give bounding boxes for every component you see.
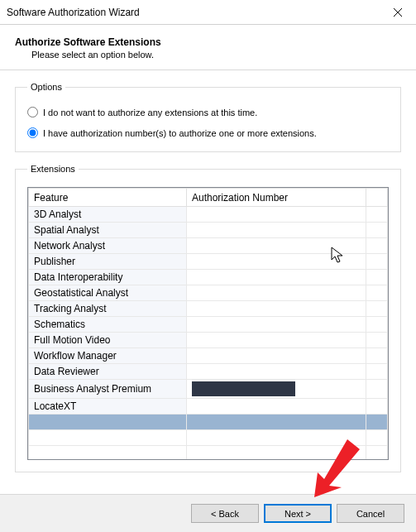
feature-cell — [29, 446, 187, 461]
content-area: Options I do not want to authorize any e… — [0, 70, 416, 481]
next-button[interactable]: Next > — [264, 504, 332, 523]
back-button[interactable]: < Back — [191, 504, 259, 523]
table-row[interactable]: Schematics — [29, 317, 388, 333]
feature-cell[interactable]: Publisher — [29, 254, 187, 270]
table-row[interactable]: Full Motion Video — [29, 333, 388, 348]
auth-cell — [186, 446, 366, 461]
table-row[interactable]: Business Analyst Premium — [29, 380, 388, 399]
feature-cell[interactable]: Data Reviewer — [29, 364, 187, 380]
extensions-group: Extensions Feature Authorization Number … — [15, 164, 401, 472]
table-header-row: Feature Authorization Number — [29, 189, 388, 207]
options-group: Options I do not want to authorize any e… — [15, 82, 401, 152]
spacer-cell — [366, 317, 387, 333]
spacer-cell — [366, 254, 387, 270]
feature-cell[interactable]: 3D Analyst — [29, 207, 187, 223]
close-icon — [394, 8, 402, 17]
auth-redacted-block — [192, 381, 295, 396]
spacer-cell — [366, 223, 387, 238]
col-authnum[interactable]: Authorization Number — [186, 189, 366, 207]
feature-cell[interactable]: Data Interoperability — [29, 270, 187, 285]
table-row[interactable]: Tracking Analyst — [29, 301, 388, 317]
table-row[interactable]: Workflow Manager — [29, 348, 388, 364]
table-row-empty — [29, 430, 388, 446]
spacer-cell — [366, 238, 387, 254]
titlebar: Software Authorization Wizard — [0, 0, 416, 25]
spacer-cell — [366, 270, 387, 285]
feature-cell[interactable]: Schematics — [29, 317, 187, 333]
auth-cell[interactable] — [186, 333, 366, 348]
auth-cell[interactable] — [186, 254, 366, 270]
wizard-footer: < Back Next > Cancel — [0, 494, 416, 532]
table-row[interactable]: Spatial Analyst — [29, 223, 388, 238]
feature-cell[interactable]: LocateXT — [29, 399, 187, 415]
spacer-cell — [366, 333, 387, 348]
options-legend: Options — [27, 82, 65, 92]
radio-no-authorize[interactable] — [27, 107, 38, 117]
feature-cell — [29, 430, 187, 446]
feature-cell[interactable]: Spatial Analyst — [29, 223, 187, 238]
page-subtitle: Please select an option below. — [15, 50, 401, 60]
table-row[interactable]: Network Analyst — [29, 238, 388, 254]
auth-cell[interactable] — [186, 301, 366, 317]
extensions-legend: Extensions — [27, 164, 79, 174]
wizard-header: Authorize Software Extensions Please sel… — [0, 25, 416, 70]
radio-no-authorize-label: I do not want to authorize any extension… — [43, 108, 257, 117]
table-row-selected[interactable] — [29, 415, 388, 430]
spacer-cell — [366, 348, 387, 364]
spacer-cell — [366, 446, 387, 461]
auth-cell[interactable] — [186, 399, 366, 415]
table-row[interactable]: 3D Analyst — [29, 207, 388, 223]
feature-cell[interactable]: Business Analyst Premium — [29, 380, 187, 399]
col-feature[interactable]: Feature — [29, 189, 187, 207]
table-row-empty — [29, 446, 388, 461]
spacer-cell — [366, 285, 387, 301]
table-row[interactable]: LocateXT — [29, 399, 388, 415]
spacer-cell — [366, 301, 387, 317]
auth-cell[interactable] — [186, 364, 366, 380]
table-row[interactable]: Geostatistical Analyst — [29, 285, 388, 301]
auth-cell[interactable] — [186, 223, 366, 238]
auth-cell[interactable] — [186, 415, 366, 430]
feature-cell[interactable]: Network Analyst — [29, 238, 187, 254]
extensions-table: Feature Authorization Number 3D AnalystS… — [28, 188, 388, 460]
option-no-authorize[interactable]: I do not want to authorize any extension… — [27, 107, 389, 117]
auth-cell[interactable] — [186, 270, 366, 285]
feature-cell[interactable]: Tracking Analyst — [29, 301, 187, 317]
table-row[interactable]: Publisher — [29, 254, 388, 270]
auth-cell[interactable] — [186, 317, 366, 333]
feature-cell[interactable]: Workflow Manager — [29, 348, 187, 364]
option-have-numbers[interactable]: I have authorization number(s) to author… — [27, 127, 389, 138]
window-title: Software Authorization Wizard — [7, 7, 140, 18]
spacer-cell — [366, 207, 387, 223]
close-button[interactable] — [379, 0, 416, 24]
spacer-cell — [366, 364, 387, 380]
radio-have-numbers-label: I have authorization number(s) to author… — [43, 128, 317, 138]
auth-cell — [186, 430, 366, 446]
feature-cell[interactable]: Geostatistical Analyst — [29, 285, 187, 301]
auth-cell[interactable] — [186, 285, 366, 301]
table-row[interactable]: Data Interoperability — [29, 270, 388, 285]
extensions-table-wrap: Feature Authorization Number 3D AnalystS… — [27, 187, 389, 460]
auth-cell[interactable] — [186, 238, 366, 254]
auth-cell[interactable] — [186, 348, 366, 364]
col-spacer — [366, 189, 387, 207]
spacer-cell — [366, 380, 387, 399]
page-title: Authorize Software Extensions — [15, 36, 401, 48]
spacer-cell — [366, 430, 387, 446]
feature-cell[interactable]: Full Motion Video — [29, 333, 187, 348]
radio-have-numbers[interactable] — [27, 127, 38, 138]
feature-cell[interactable] — [29, 415, 187, 430]
spacer-cell — [366, 399, 387, 415]
auth-cell[interactable] — [186, 207, 366, 223]
table-row[interactable]: Data Reviewer — [29, 364, 388, 380]
spacer-cell — [366, 415, 387, 430]
auth-cell[interactable] — [186, 380, 366, 399]
cancel-button[interactable]: Cancel — [337, 504, 404, 523]
